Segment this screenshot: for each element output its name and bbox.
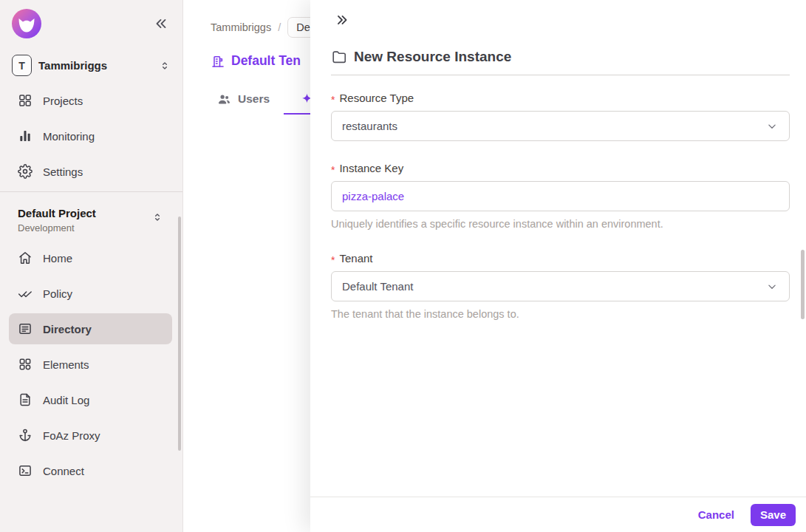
drawer-close-button[interactable] bbox=[334, 12, 350, 28]
project-selector[interactable]: Default Project Development bbox=[0, 192, 182, 233]
sidebar-item-label: Monitoring bbox=[43, 130, 95, 143]
bar-chart-icon bbox=[18, 129, 33, 143]
save-button[interactable]: Save bbox=[751, 504, 796, 526]
org-name: Tammibriggs bbox=[38, 59, 107, 72]
resource-type-value: restaurants bbox=[342, 120, 397, 132]
drawer-divider bbox=[331, 75, 790, 75]
document-icon bbox=[18, 392, 33, 407]
sidebar-item-home[interactable]: Home bbox=[9, 242, 172, 273]
chevron-up-down-icon bbox=[159, 60, 171, 72]
sidebar-item-connect[interactable]: Connect bbox=[9, 455, 172, 486]
users-icon bbox=[217, 92, 231, 106]
elements-grid-icon bbox=[18, 357, 33, 372]
sidebar-item-policy[interactable]: Policy bbox=[9, 278, 172, 309]
sidebar-item-audit-log[interactable]: Audit Log bbox=[9, 384, 172, 415]
sidebar-top-menu: Projects Monitoring Settings bbox=[0, 76, 182, 187]
double-check-icon bbox=[18, 286, 33, 301]
resource-type-select[interactable]: restaurants bbox=[331, 111, 790, 141]
anchor-icon bbox=[18, 428, 33, 443]
tenant-value: Default Tenant bbox=[342, 280, 413, 293]
sidebar-item-foaz-proxy[interactable]: FoAz Proxy bbox=[9, 420, 172, 451]
page-scrollbar[interactable] bbox=[801, 250, 805, 319]
org-avatar: T bbox=[12, 55, 32, 76]
sidebar-item-label: Connect bbox=[43, 465, 84, 477]
tenant-helper: The tenant that the instance belongs to. bbox=[331, 308, 790, 320]
sidebar-item-settings[interactable]: Settings bbox=[9, 156, 172, 187]
new-resource-instance-drawer: New Resource Instance * Resource Type re… bbox=[310, 0, 806, 532]
sidebar-scrollbar[interactable] bbox=[178, 216, 181, 451]
sidebar-nav-menu: Home Policy Directory Elements Audit Log bbox=[0, 233, 182, 486]
sidebar-item-label: Directory bbox=[43, 323, 92, 335]
org-selector[interactable]: T Tammibriggs bbox=[12, 55, 171, 76]
instance-key-input[interactable] bbox=[331, 181, 790, 211]
sidebar-item-projects[interactable]: Projects bbox=[9, 85, 172, 116]
directory-list-icon bbox=[18, 321, 33, 336]
sidebar-item-elements[interactable]: Elements bbox=[9, 349, 172, 380]
sidebar-item-label: Home bbox=[43, 252, 72, 265]
tab-users[interactable]: Users bbox=[214, 85, 273, 115]
drawer-footer: Cancel Save bbox=[310, 497, 806, 532]
breadcrumb-org[interactable]: Tammibriggs bbox=[211, 21, 271, 33]
instance-key-label: Instance Key bbox=[339, 162, 403, 174]
sidebar-collapse-button[interactable] bbox=[153, 16, 169, 32]
tenant-label: Tenant bbox=[339, 252, 372, 265]
sidebar-item-label: Elements bbox=[43, 358, 89, 371]
double-chevron-left-icon bbox=[153, 16, 169, 32]
tab-users-label: Users bbox=[238, 92, 270, 106]
tenant-field-label: * Tenant bbox=[331, 252, 790, 265]
building-icon bbox=[211, 54, 225, 69]
sidebar-item-label: Projects bbox=[43, 95, 83, 107]
tenant-select[interactable]: Default Tenant bbox=[331, 271, 790, 301]
instance-key-field-label: * Instance Key bbox=[331, 162, 790, 174]
drawer-header: New Resource Instance bbox=[310, 0, 806, 65]
resource-type-label: Resource Type bbox=[339, 92, 414, 104]
chevron-down-icon bbox=[765, 280, 779, 293]
permit-logo bbox=[12, 9, 41, 38]
sidebar-item-label: Policy bbox=[43, 287, 72, 300]
drawer-title: New Resource Instance bbox=[354, 49, 511, 65]
project-name: Default Project bbox=[18, 207, 165, 219]
terminal-icon bbox=[18, 463, 33, 478]
required-marker: * bbox=[331, 164, 335, 176]
required-marker: * bbox=[331, 254, 335, 266]
instance-key-helper: Uniquely identifies a specific resource … bbox=[331, 218, 790, 230]
sidebar-item-label: Settings bbox=[43, 166, 83, 178]
required-marker: * bbox=[331, 94, 335, 106]
sidebar: T Tammibriggs Projects Monitoring Settin… bbox=[0, 0, 183, 532]
drawer-form: * Resource Type restaurants * Instance K… bbox=[310, 92, 806, 320]
chevron-down-icon bbox=[765, 120, 779, 133]
projects-grid-icon bbox=[18, 93, 33, 108]
sidebar-item-label: Audit Log bbox=[43, 394, 89, 406]
resource-type-field-label: * Resource Type bbox=[331, 92, 790, 104]
breadcrumb-separator: / bbox=[278, 21, 281, 33]
sidebar-item-label: FoAz Proxy bbox=[43, 429, 100, 442]
home-icon bbox=[18, 250, 33, 265]
page-title: Default Ten bbox=[231, 53, 301, 69]
gear-icon bbox=[18, 164, 33, 179]
sidebar-item-monitoring[interactable]: Monitoring bbox=[9, 120, 172, 151]
chevron-up-down-icon bbox=[151, 211, 163, 223]
project-environment: Development bbox=[18, 222, 165, 233]
double-chevron-right-icon bbox=[334, 12, 350, 28]
sidebar-item-directory[interactable]: Directory bbox=[9, 313, 172, 344]
folder-icon bbox=[331, 49, 347, 65]
cancel-button[interactable]: Cancel bbox=[698, 508, 734, 521]
